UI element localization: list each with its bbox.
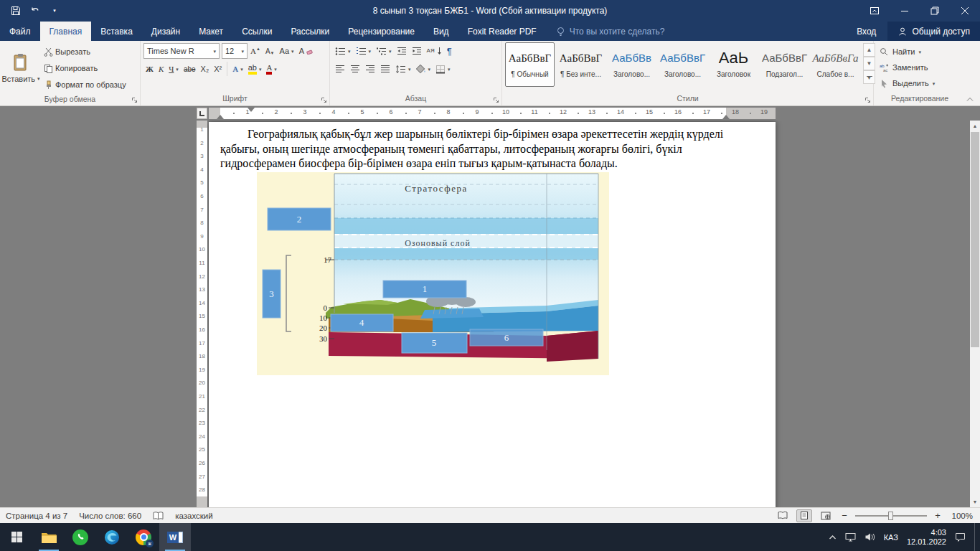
align-left-button[interactable] [333,61,347,77]
tab-вставка[interactable]: Вставка [91,22,142,41]
scroll-up-icon[interactable]: ▲ [970,121,980,131]
zoom-slider-thumb[interactable] [888,512,893,520]
print-layout-icon[interactable] [796,509,812,522]
tab-главная[interactable]: Главная [40,22,92,41]
style-item-заголовок[interactable]: АаЬЗаголовок [709,42,758,87]
dialog-launcher-icon[interactable] [863,95,872,104]
zoom-in-button[interactable]: + [933,510,943,521]
underline-button[interactable]: Ч▾ [166,61,181,77]
superscript-button[interactable]: Х² [212,61,224,77]
strikethrough-button[interactable]: abe [182,61,198,77]
first-line-indent-marker[interactable] [248,108,255,112]
format-painter-button[interactable]: Формат по образцу [42,77,128,93]
find-button[interactable]: Найти▾ [877,44,963,59]
borders-button[interactable]: ▾ [433,61,453,77]
tab-foxit-reader-pdf[interactable]: Foxit Reader PDF [458,22,546,41]
shading-button[interactable]: ▾ [414,61,433,77]
tab-selector[interactable] [197,108,207,119]
style-item--без-инте-[interactable]: АаБбВвГ¶ Без инте... [556,42,606,87]
language-indicator[interactable]: казахский [175,512,212,520]
clear-formatting-button[interactable]: А [297,43,315,59]
style-item-слабое-в-[interactable]: АаБбВвГаСлабое в... [811,42,860,87]
word-count[interactable]: Число слов: 660 [79,512,141,520]
minimize-icon[interactable] [890,0,920,22]
font-family-select[interactable]: Times New R▾ [143,43,220,59]
copy-button[interactable]: Копировать [42,60,128,76]
language-button[interactable]: КАЗ [884,533,898,542]
tray-expand-icon[interactable] [829,534,837,540]
proofing-icon[interactable] [153,512,164,520]
subscript-button[interactable]: Х₂ [199,61,212,77]
font-size-select[interactable]: 12▾ [222,43,248,59]
ribbon-display-options-icon[interactable] [859,0,890,22]
select-button[interactable]: Выделить▾ [877,76,963,90]
show-desktop-button[interactable] [974,523,977,551]
zoom-level[interactable]: 100% [948,512,973,520]
sort-button[interactable]: АЯ [425,43,444,59]
line-spacing-button[interactable]: ▾ [393,61,413,77]
shrink-font-button[interactable]: А▼ [263,43,277,59]
chrome-icon[interactable]: ж [128,523,159,551]
right-indent-marker[interactable] [722,115,730,119]
paste-button[interactable]: Вставить▾ [3,43,39,93]
scrollbar-thumb[interactable] [971,132,979,347]
style-item-заголово-[interactable]: АаБбВвГЗаголово... [658,42,707,87]
tab-файл[interactable]: Файл [0,22,40,41]
italic-button[interactable]: К [156,61,166,77]
tab-ссылки[interactable]: Ссылки [232,22,281,41]
bullets-button[interactable]: ▾ [333,43,353,59]
text-effects-button[interactable]: А▾ [230,61,245,77]
sign-in-button[interactable]: Вход [845,27,887,37]
dialog-launcher-icon[interactable] [319,95,328,104]
justify-button[interactable] [378,61,392,77]
vertical-scrollbar[interactable]: ▲ ▼ [970,121,980,507]
style-item--обычный[interactable]: АаБбВвГ¶ Обычный [505,42,555,87]
volume-icon[interactable] [864,532,875,542]
whatsapp-icon[interactable] [65,523,96,551]
zoom-out-button[interactable]: − [839,510,849,521]
read-mode-icon[interactable] [775,509,791,522]
bold-button[interactable]: Ж [143,61,156,77]
font-color-button[interactable]: А▾ [264,61,278,77]
restore-icon[interactable] [920,0,950,22]
highlight-color-button[interactable]: ab▾ [246,61,264,77]
increase-indent-button[interactable] [410,43,424,59]
align-center-button[interactable] [348,61,362,77]
tell-me-box[interactable]: Что вы хотите сделать? [546,22,675,41]
close-icon[interactable] [950,0,980,22]
figure-diagram[interactable]: 17 0 10 20 30 Стратосфера Озоновый слой [257,172,609,375]
dialog-launcher-icon[interactable] [491,95,500,104]
style-item-подзагол-[interactable]: АаБбВвГПодзагол... [760,42,809,87]
share-button[interactable]: Общий доступ [887,22,980,41]
scroll-down-icon[interactable]: ▼ [970,496,980,507]
page-indicator[interactable]: Страница 4 из 7 [6,512,67,520]
horizontal-ruler[interactable]: 12345678910111213141516171819 [209,108,776,119]
dialog-launcher-icon[interactable] [130,95,138,104]
tab-рецензирование[interactable]: Рецензирование [339,22,424,41]
customize-quick-access-icon[interactable]: ▾ [46,2,63,19]
cut-button[interactable]: Вырезать [42,44,128,60]
vertical-ruler[interactable]: 1234567891011121314151617181920212223242… [197,121,207,507]
clock[interactable]: 4:03 12.01.2022 [907,528,946,547]
align-right-button[interactable] [363,61,377,77]
file-explorer-icon[interactable] [33,523,65,551]
start-button[interactable] [0,523,33,551]
save-icon[interactable] [7,2,24,19]
tab-макет[interactable]: Макет [189,22,232,41]
left-indent-marker[interactable] [217,115,224,119]
undo-icon[interactable] [27,2,44,19]
tab-дизайн[interactable]: Дизайн [142,22,189,41]
display-icon[interactable] [845,532,856,542]
style-item-заголово-[interactable]: АаБбВвЗаголово... [607,42,656,87]
numbering-button[interactable]: ▾ [354,43,374,59]
edge-icon[interactable] [96,523,128,551]
tab-рассылки[interactable]: Рассылки [281,22,339,41]
replace-button[interactable]: abac Заменить [877,60,963,75]
change-case-button[interactable]: Аа▾ [278,43,296,59]
collapse-ribbon-icon[interactable] [964,94,976,104]
document-page[interactable]: Географиялық қабық-бұл жер шарының бөлік… [209,122,776,507]
grow-font-button[interactable]: А▲ [248,43,263,59]
show-marks-button[interactable]: ¶ [445,43,454,59]
decrease-indent-button[interactable] [395,43,409,59]
zoom-slider[interactable] [855,515,927,517]
